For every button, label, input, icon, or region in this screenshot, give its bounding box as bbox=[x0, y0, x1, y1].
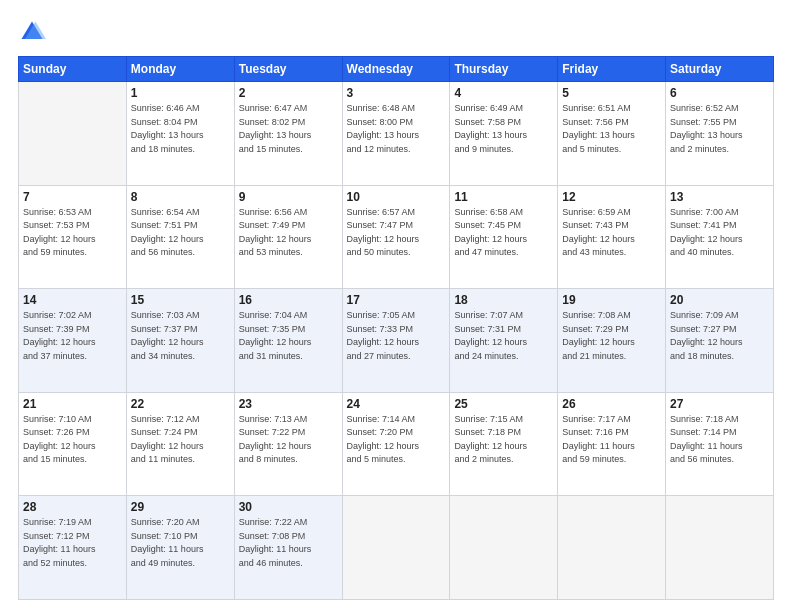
day-info: Sunrise: 6:49 AM Sunset: 7:58 PM Dayligh… bbox=[454, 102, 553, 156]
day-info: Sunrise: 7:20 AM Sunset: 7:10 PM Dayligh… bbox=[131, 516, 230, 570]
calendar-day-cell: 11Sunrise: 6:58 AM Sunset: 7:45 PM Dayli… bbox=[450, 185, 558, 289]
day-info: Sunrise: 6:51 AM Sunset: 7:56 PM Dayligh… bbox=[562, 102, 661, 156]
calendar-day-header: Sunday bbox=[19, 57, 127, 82]
day-number: 22 bbox=[131, 397, 230, 411]
calendar-day-cell: 14Sunrise: 7:02 AM Sunset: 7:39 PM Dayli… bbox=[19, 289, 127, 393]
calendar-day-header: Thursday bbox=[450, 57, 558, 82]
day-number: 12 bbox=[562, 190, 661, 204]
day-number: 15 bbox=[131, 293, 230, 307]
calendar-day-cell: 19Sunrise: 7:08 AM Sunset: 7:29 PM Dayli… bbox=[558, 289, 666, 393]
header bbox=[18, 18, 774, 46]
calendar-day-header: Saturday bbox=[666, 57, 774, 82]
calendar-day-cell: 15Sunrise: 7:03 AM Sunset: 7:37 PM Dayli… bbox=[126, 289, 234, 393]
day-info: Sunrise: 7:05 AM Sunset: 7:33 PM Dayligh… bbox=[347, 309, 446, 363]
day-number: 2 bbox=[239, 86, 338, 100]
day-number: 8 bbox=[131, 190, 230, 204]
calendar-day-cell: 13Sunrise: 7:00 AM Sunset: 7:41 PM Dayli… bbox=[666, 185, 774, 289]
calendar-day-cell: 10Sunrise: 6:57 AM Sunset: 7:47 PM Dayli… bbox=[342, 185, 450, 289]
calendar-day-cell: 21Sunrise: 7:10 AM Sunset: 7:26 PM Dayli… bbox=[19, 392, 127, 496]
day-info: Sunrise: 7:00 AM Sunset: 7:41 PM Dayligh… bbox=[670, 206, 769, 260]
calendar-day-cell bbox=[450, 496, 558, 600]
calendar-day-cell: 28Sunrise: 7:19 AM Sunset: 7:12 PM Dayli… bbox=[19, 496, 127, 600]
day-number: 9 bbox=[239, 190, 338, 204]
calendar-day-header: Wednesday bbox=[342, 57, 450, 82]
calendar-day-cell: 5Sunrise: 6:51 AM Sunset: 7:56 PM Daylig… bbox=[558, 82, 666, 186]
calendar-day-cell: 1Sunrise: 6:46 AM Sunset: 8:04 PM Daylig… bbox=[126, 82, 234, 186]
logo-icon bbox=[18, 18, 46, 46]
calendar-day-cell: 25Sunrise: 7:15 AM Sunset: 7:18 PM Dayli… bbox=[450, 392, 558, 496]
day-number: 3 bbox=[347, 86, 446, 100]
calendar-header-row: SundayMondayTuesdayWednesdayThursdayFrid… bbox=[19, 57, 774, 82]
day-info: Sunrise: 7:02 AM Sunset: 7:39 PM Dayligh… bbox=[23, 309, 122, 363]
day-number: 28 bbox=[23, 500, 122, 514]
calendar-day-header: Monday bbox=[126, 57, 234, 82]
day-number: 23 bbox=[239, 397, 338, 411]
calendar-week-row: 14Sunrise: 7:02 AM Sunset: 7:39 PM Dayli… bbox=[19, 289, 774, 393]
calendar-day-cell: 26Sunrise: 7:17 AM Sunset: 7:16 PM Dayli… bbox=[558, 392, 666, 496]
calendar-day-cell: 22Sunrise: 7:12 AM Sunset: 7:24 PM Dayli… bbox=[126, 392, 234, 496]
day-number: 11 bbox=[454, 190, 553, 204]
page: SundayMondayTuesdayWednesdayThursdayFrid… bbox=[0, 0, 792, 612]
day-number: 5 bbox=[562, 86, 661, 100]
day-number: 26 bbox=[562, 397, 661, 411]
day-info: Sunrise: 6:47 AM Sunset: 8:02 PM Dayligh… bbox=[239, 102, 338, 156]
calendar-day-cell: 20Sunrise: 7:09 AM Sunset: 7:27 PM Dayli… bbox=[666, 289, 774, 393]
day-number: 7 bbox=[23, 190, 122, 204]
logo bbox=[18, 18, 50, 46]
day-info: Sunrise: 7:07 AM Sunset: 7:31 PM Dayligh… bbox=[454, 309, 553, 363]
calendar-day-cell: 29Sunrise: 7:20 AM Sunset: 7:10 PM Dayli… bbox=[126, 496, 234, 600]
day-number: 17 bbox=[347, 293, 446, 307]
day-info: Sunrise: 7:10 AM Sunset: 7:26 PM Dayligh… bbox=[23, 413, 122, 467]
day-info: Sunrise: 6:52 AM Sunset: 7:55 PM Dayligh… bbox=[670, 102, 769, 156]
calendar-week-row: 1Sunrise: 6:46 AM Sunset: 8:04 PM Daylig… bbox=[19, 82, 774, 186]
day-number: 21 bbox=[23, 397, 122, 411]
calendar-day-cell: 18Sunrise: 7:07 AM Sunset: 7:31 PM Dayli… bbox=[450, 289, 558, 393]
calendar-day-cell: 16Sunrise: 7:04 AM Sunset: 7:35 PM Dayli… bbox=[234, 289, 342, 393]
calendar-day-cell bbox=[558, 496, 666, 600]
day-number: 19 bbox=[562, 293, 661, 307]
calendar-day-cell: 2Sunrise: 6:47 AM Sunset: 8:02 PM Daylig… bbox=[234, 82, 342, 186]
day-info: Sunrise: 7:19 AM Sunset: 7:12 PM Dayligh… bbox=[23, 516, 122, 570]
day-info: Sunrise: 6:57 AM Sunset: 7:47 PM Dayligh… bbox=[347, 206, 446, 260]
day-info: Sunrise: 7:04 AM Sunset: 7:35 PM Dayligh… bbox=[239, 309, 338, 363]
calendar-day-header: Tuesday bbox=[234, 57, 342, 82]
day-number: 29 bbox=[131, 500, 230, 514]
day-info: Sunrise: 7:09 AM Sunset: 7:27 PM Dayligh… bbox=[670, 309, 769, 363]
day-number: 14 bbox=[23, 293, 122, 307]
day-info: Sunrise: 6:59 AM Sunset: 7:43 PM Dayligh… bbox=[562, 206, 661, 260]
day-info: Sunrise: 7:15 AM Sunset: 7:18 PM Dayligh… bbox=[454, 413, 553, 467]
day-number: 18 bbox=[454, 293, 553, 307]
day-number: 27 bbox=[670, 397, 769, 411]
day-info: Sunrise: 7:22 AM Sunset: 7:08 PM Dayligh… bbox=[239, 516, 338, 570]
day-number: 24 bbox=[347, 397, 446, 411]
day-number: 10 bbox=[347, 190, 446, 204]
day-info: Sunrise: 7:08 AM Sunset: 7:29 PM Dayligh… bbox=[562, 309, 661, 363]
calendar-day-header: Friday bbox=[558, 57, 666, 82]
day-info: Sunrise: 7:12 AM Sunset: 7:24 PM Dayligh… bbox=[131, 413, 230, 467]
calendar-day-cell: 4Sunrise: 6:49 AM Sunset: 7:58 PM Daylig… bbox=[450, 82, 558, 186]
calendar-day-cell bbox=[19, 82, 127, 186]
calendar-day-cell: 30Sunrise: 7:22 AM Sunset: 7:08 PM Dayli… bbox=[234, 496, 342, 600]
calendar-day-cell: 7Sunrise: 6:53 AM Sunset: 7:53 PM Daylig… bbox=[19, 185, 127, 289]
day-info: Sunrise: 6:56 AM Sunset: 7:49 PM Dayligh… bbox=[239, 206, 338, 260]
day-number: 13 bbox=[670, 190, 769, 204]
calendar-day-cell: 23Sunrise: 7:13 AM Sunset: 7:22 PM Dayli… bbox=[234, 392, 342, 496]
calendar-week-row: 7Sunrise: 6:53 AM Sunset: 7:53 PM Daylig… bbox=[19, 185, 774, 289]
day-info: Sunrise: 6:58 AM Sunset: 7:45 PM Dayligh… bbox=[454, 206, 553, 260]
day-number: 6 bbox=[670, 86, 769, 100]
calendar-day-cell: 12Sunrise: 6:59 AM Sunset: 7:43 PM Dayli… bbox=[558, 185, 666, 289]
calendar-day-cell bbox=[342, 496, 450, 600]
day-info: Sunrise: 7:18 AM Sunset: 7:14 PM Dayligh… bbox=[670, 413, 769, 467]
day-info: Sunrise: 6:54 AM Sunset: 7:51 PM Dayligh… bbox=[131, 206, 230, 260]
day-info: Sunrise: 6:48 AM Sunset: 8:00 PM Dayligh… bbox=[347, 102, 446, 156]
day-number: 20 bbox=[670, 293, 769, 307]
day-number: 16 bbox=[239, 293, 338, 307]
day-info: Sunrise: 6:53 AM Sunset: 7:53 PM Dayligh… bbox=[23, 206, 122, 260]
calendar-day-cell: 3Sunrise: 6:48 AM Sunset: 8:00 PM Daylig… bbox=[342, 82, 450, 186]
day-info: Sunrise: 6:46 AM Sunset: 8:04 PM Dayligh… bbox=[131, 102, 230, 156]
calendar-day-cell: 8Sunrise: 6:54 AM Sunset: 7:51 PM Daylig… bbox=[126, 185, 234, 289]
day-number: 30 bbox=[239, 500, 338, 514]
calendar-day-cell bbox=[666, 496, 774, 600]
calendar-day-cell: 24Sunrise: 7:14 AM Sunset: 7:20 PM Dayli… bbox=[342, 392, 450, 496]
calendar-day-cell: 17Sunrise: 7:05 AM Sunset: 7:33 PM Dayli… bbox=[342, 289, 450, 393]
